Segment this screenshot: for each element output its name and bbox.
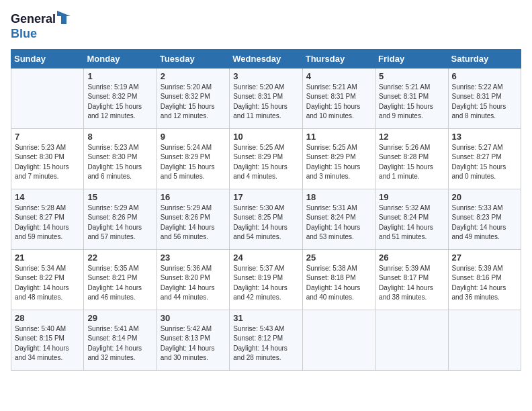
logo-triangle-icon [57, 11, 71, 27]
calendar-cell: 20Sunrise: 5:33 AM Sunset: 8:23 PM Dayli… [448, 189, 521, 249]
day-info: Sunrise: 5:19 AM Sunset: 8:32 PM Dayligh… [87, 83, 152, 122]
calendar-cell: 14Sunrise: 5:28 AM Sunset: 8:27 PM Dayli… [11, 189, 84, 249]
day-number: 16 [161, 192, 226, 202]
day-number: 5 [379, 71, 444, 81]
calendar-cell [302, 310, 375, 370]
day-number: 11 [306, 132, 371, 142]
header: General Blue [11, 11, 521, 41]
day-number: 17 [233, 192, 298, 202]
day-number: 31 [233, 313, 298, 323]
day-number: 9 [161, 132, 226, 142]
calendar-cell: 18Sunrise: 5:31 AM Sunset: 8:24 PM Dayli… [302, 189, 375, 249]
col-header-friday: Friday [375, 49, 448, 68]
calendar-cell: 24Sunrise: 5:37 AM Sunset: 8:19 PM Dayli… [230, 249, 302, 310]
calendar-cell [375, 310, 448, 370]
day-info: Sunrise: 5:30 AM Sunset: 8:25 PM Dayligh… [233, 203, 298, 242]
day-number: 20 [452, 192, 517, 202]
logo-text: General Blue [11, 11, 71, 41]
day-info: Sunrise: 5:39 AM Sunset: 8:17 PM Dayligh… [379, 264, 444, 303]
col-header-tuesday: Tuesday [157, 49, 229, 68]
calendar-cell: 23Sunrise: 5:36 AM Sunset: 8:20 PM Dayli… [157, 249, 229, 310]
day-number: 24 [233, 253, 298, 263]
calendar-cell [11, 68, 84, 128]
day-number: 2 [161, 71, 226, 81]
day-info: Sunrise: 5:29 AM Sunset: 8:26 PM Dayligh… [87, 203, 152, 242]
day-number: 23 [161, 253, 226, 263]
col-header-sunday: Sunday [11, 49, 84, 68]
day-number: 30 [161, 313, 226, 323]
day-number: 29 [87, 313, 152, 323]
col-header-saturday: Saturday [448, 49, 521, 68]
calendar-cell: 22Sunrise: 5:35 AM Sunset: 8:21 PM Dayli… [84, 249, 157, 310]
calendar-cell: 25Sunrise: 5:38 AM Sunset: 8:18 PM Dayli… [302, 249, 375, 310]
day-info: Sunrise: 5:36 AM Sunset: 8:20 PM Dayligh… [161, 264, 226, 303]
calendar-cell: 4Sunrise: 5:21 AM Sunset: 8:31 PM Daylig… [302, 68, 375, 128]
week-row-3: 21Sunrise: 5:34 AM Sunset: 8:22 PM Dayli… [11, 249, 521, 310]
calendar-cell: 26Sunrise: 5:39 AM Sunset: 8:17 PM Dayli… [375, 249, 448, 310]
svg-marker-0 [57, 11, 71, 24]
day-number: 15 [87, 192, 152, 202]
day-info: Sunrise: 5:22 AM Sunset: 8:31 PM Dayligh… [452, 83, 517, 122]
calendar-cell: 17Sunrise: 5:30 AM Sunset: 8:25 PM Dayli… [230, 189, 302, 249]
calendar-cell: 3Sunrise: 5:20 AM Sunset: 8:31 PM Daylig… [230, 68, 302, 128]
calendar-cell: 31Sunrise: 5:43 AM Sunset: 8:12 PM Dayli… [230, 310, 302, 370]
day-info: Sunrise: 5:33 AM Sunset: 8:23 PM Dayligh… [452, 203, 517, 242]
day-number: 14 [15, 192, 80, 202]
day-info: Sunrise: 5:29 AM Sunset: 8:26 PM Dayligh… [161, 203, 226, 242]
day-info: Sunrise: 5:37 AM Sunset: 8:19 PM Dayligh… [233, 264, 298, 303]
header-row: SundayMondayTuesdayWednesdayThursdayFrid… [11, 49, 521, 68]
day-info: Sunrise: 5:24 AM Sunset: 8:29 PM Dayligh… [161, 143, 226, 182]
calendar-cell: 7Sunrise: 5:23 AM Sunset: 8:30 PM Daylig… [11, 128, 84, 189]
day-number: 10 [233, 132, 298, 142]
day-info: Sunrise: 5:31 AM Sunset: 8:24 PM Dayligh… [306, 203, 371, 242]
day-info: Sunrise: 5:23 AM Sunset: 8:30 PM Dayligh… [87, 143, 152, 182]
calendar-table: SundayMondayTuesdayWednesdayThursdayFrid… [11, 49, 521, 371]
week-row-1: 7Sunrise: 5:23 AM Sunset: 8:30 PM Daylig… [11, 128, 521, 189]
day-number: 27 [452, 253, 517, 263]
day-number: 6 [452, 71, 517, 81]
logo-blue-text: Blue [11, 27, 37, 40]
day-number: 3 [233, 71, 298, 81]
day-info: Sunrise: 5:35 AM Sunset: 8:21 PM Dayligh… [87, 264, 152, 303]
day-info: Sunrise: 5:38 AM Sunset: 8:18 PM Dayligh… [306, 264, 371, 303]
day-info: Sunrise: 5:43 AM Sunset: 8:12 PM Dayligh… [233, 324, 298, 363]
day-number: 22 [87, 253, 152, 263]
day-info: Sunrise: 5:32 AM Sunset: 8:24 PM Dayligh… [379, 203, 444, 242]
day-number: 25 [306, 253, 371, 263]
week-row-2: 14Sunrise: 5:28 AM Sunset: 8:27 PM Dayli… [11, 189, 521, 249]
day-info: Sunrise: 5:23 AM Sunset: 8:30 PM Dayligh… [15, 143, 80, 182]
day-info: Sunrise: 5:25 AM Sunset: 8:29 PM Dayligh… [306, 143, 371, 182]
col-header-thursday: Thursday [302, 49, 375, 68]
calendar-cell: 28Sunrise: 5:40 AM Sunset: 8:15 PM Dayli… [11, 310, 84, 370]
day-number: 18 [306, 192, 371, 202]
col-header-wednesday: Wednesday [230, 49, 302, 68]
calendar-cell: 15Sunrise: 5:29 AM Sunset: 8:26 PM Dayli… [84, 189, 157, 249]
day-info: Sunrise: 5:40 AM Sunset: 8:15 PM Dayligh… [15, 324, 80, 363]
day-number: 19 [379, 192, 444, 202]
day-info: Sunrise: 5:21 AM Sunset: 8:31 PM Dayligh… [379, 83, 444, 122]
calendar-cell: 2Sunrise: 5:20 AM Sunset: 8:32 PM Daylig… [157, 68, 229, 128]
calendar-cell: 6Sunrise: 5:22 AM Sunset: 8:31 PM Daylig… [448, 68, 521, 128]
col-header-monday: Monday [84, 49, 157, 68]
logo-general-text: General [11, 12, 56, 26]
calendar-cell: 21Sunrise: 5:34 AM Sunset: 8:22 PM Dayli… [11, 249, 84, 310]
day-info: Sunrise: 5:28 AM Sunset: 8:27 PM Dayligh… [15, 203, 80, 242]
week-row-0: 1Sunrise: 5:19 AM Sunset: 8:32 PM Daylig… [11, 68, 521, 128]
day-number: 7 [15, 132, 80, 142]
day-info: Sunrise: 5:34 AM Sunset: 8:22 PM Dayligh… [15, 264, 80, 303]
calendar-cell: 12Sunrise: 5:26 AM Sunset: 8:28 PM Dayli… [375, 128, 448, 189]
calendar-cell: 16Sunrise: 5:29 AM Sunset: 8:26 PM Dayli… [157, 189, 229, 249]
day-info: Sunrise: 5:27 AM Sunset: 8:27 PM Dayligh… [452, 143, 517, 182]
calendar-cell: 19Sunrise: 5:32 AM Sunset: 8:24 PM Dayli… [375, 189, 448, 249]
calendar-cell: 30Sunrise: 5:42 AM Sunset: 8:13 PM Dayli… [157, 310, 229, 370]
day-number: 21 [15, 253, 80, 263]
day-info: Sunrise: 5:26 AM Sunset: 8:28 PM Dayligh… [379, 143, 444, 182]
day-number: 28 [15, 313, 80, 323]
day-number: 1 [87, 71, 152, 81]
day-info: Sunrise: 5:39 AM Sunset: 8:16 PM Dayligh… [452, 264, 517, 303]
day-info: Sunrise: 5:41 AM Sunset: 8:14 PM Dayligh… [87, 324, 152, 363]
day-number: 8 [87, 132, 152, 142]
calendar-cell: 13Sunrise: 5:27 AM Sunset: 8:27 PM Dayli… [448, 128, 521, 189]
calendar-cell: 29Sunrise: 5:41 AM Sunset: 8:14 PM Dayli… [84, 310, 157, 370]
day-info: Sunrise: 5:42 AM Sunset: 8:13 PM Dayligh… [161, 324, 226, 363]
